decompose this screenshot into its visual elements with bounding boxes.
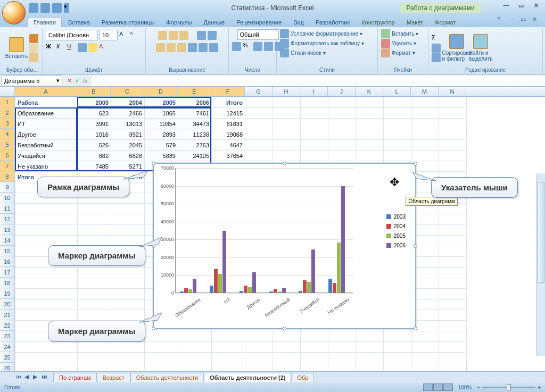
cell-N15[interactable]	[439, 246, 467, 257]
cell-N2[interactable]	[439, 108, 467, 119]
cell-C17[interactable]	[111, 268, 145, 278]
cell-A24[interactable]	[15, 342, 78, 353]
save-icon[interactable]	[29, 3, 38, 13]
bar-ИТ-2006[interactable]	[222, 231, 226, 293]
cell-L3[interactable]	[384, 119, 411, 129]
cell-C11[interactable]	[111, 204, 145, 214]
cell-M23[interactable]	[411, 331, 439, 342]
cell-M4[interactable]	[411, 129, 439, 140]
cell-F23[interactable]	[212, 331, 245, 342]
bar-Не указано-2004[interactable]	[333, 283, 336, 293]
format-cells-button[interactable]: Формат ▾	[381, 48, 415, 57]
zoom-slider[interactable]	[482, 387, 535, 388]
doc-restore-icon[interactable]: ▭	[521, 16, 529, 24]
cell-A1[interactable]: Работа	[15, 97, 78, 108]
format-as-table-button[interactable]: Форматировать как таблицу ▾	[280, 39, 364, 48]
cell-N4[interactable]	[439, 129, 467, 140]
legend-item-2004[interactable]: 2004	[386, 221, 406, 231]
cell-L23[interactable]	[384, 331, 411, 342]
cell-I4[interactable]	[301, 129, 328, 140]
row-header-1[interactable]: 1	[0, 97, 15, 107]
cell-C18[interactable]	[111, 278, 145, 289]
cell-B17[interactable]	[78, 268, 111, 278]
cell-A19[interactable]	[15, 289, 78, 299]
cell-D25[interactable]	[145, 353, 178, 363]
tab-formulas[interactable]: Формулы	[161, 18, 197, 27]
zoom-out-icon[interactable]: −	[477, 385, 480, 390]
align-top-icon[interactable]	[158, 31, 167, 40]
row-header-7[interactable]: 7	[0, 161, 15, 171]
cell-D23[interactable]	[145, 331, 178, 342]
sheet-nav-prev-icon[interactable]: ◀	[24, 373, 32, 381]
cell-M24[interactable]	[411, 342, 439, 353]
formula-input[interactable]	[90, 76, 545, 86]
cell-A17[interactable]	[15, 268, 78, 278]
cell-N25[interactable]	[439, 353, 467, 363]
col-header-L[interactable]: L	[383, 87, 411, 96]
bar-Образование-2006[interactable]	[193, 279, 196, 293]
cell-B11[interactable]	[78, 204, 111, 214]
zoom-level[interactable]: 100%	[458, 385, 472, 390]
cell-I3[interactable]	[301, 119, 328, 129]
cell-B12[interactable]	[78, 214, 111, 225]
cell-A18[interactable]	[15, 278, 78, 289]
col-header-C[interactable]: C	[111, 87, 144, 96]
tab-view[interactable]: Вид	[288, 18, 309, 27]
cell-N19[interactable]	[439, 289, 467, 299]
cell-M1[interactable]	[411, 97, 439, 108]
row-header-20[interactable]: 20	[0, 299, 15, 310]
cell-J3[interactable]	[328, 119, 356, 129]
cell-J24[interactable]	[328, 342, 356, 353]
cell-N23[interactable]	[439, 331, 467, 342]
name-box[interactable]: Диаграмма 5▾	[2, 76, 62, 86]
select-all-corner[interactable]	[0, 87, 15, 96]
cell-L6[interactable]	[384, 151, 411, 161]
cell-M6[interactable]	[411, 151, 439, 161]
number-format-combo[interactable]: Общий	[237, 29, 279, 40]
cell-F2[interactable]: 12415	[212, 108, 245, 119]
legend-item-2003[interactable]: 2003	[386, 212, 406, 221]
cell-I5[interactable]	[301, 140, 328, 151]
cell-N18[interactable]	[439, 278, 467, 289]
align-center-icon[interactable]	[167, 43, 176, 52]
legend-item-2005[interactable]: 2005	[386, 231, 406, 240]
delete-cells-button[interactable]: Удалить ▾	[381, 39, 416, 48]
ribbon-minimize-icon[interactable]: —	[509, 16, 517, 24]
cell-E24[interactable]	[178, 342, 212, 353]
bar-Другое-2006[interactable]	[252, 272, 256, 293]
row-header-3[interactable]: 3	[0, 118, 15, 129]
row-header-9[interactable]: 9	[0, 182, 15, 193]
cell-J6[interactable]	[328, 151, 356, 161]
cell-G5[interactable]	[245, 140, 273, 151]
cell-D24[interactable]	[145, 342, 178, 353]
sheet-tab-4[interactable]: Обр	[291, 373, 314, 382]
sheet-nav-last-icon[interactable]: ⏭	[42, 373, 49, 381]
chart-object[interactable]: 010000200003000040000500006000070000Обра…	[153, 163, 416, 329]
cell-F1[interactable]: Итого	[212, 97, 245, 108]
cell-K3[interactable]	[356, 119, 384, 129]
row-header-4[interactable]: 4	[0, 129, 15, 139]
help-icon[interactable]: ?	[497, 16, 506, 24]
col-header-A[interactable]: A	[15, 87, 77, 96]
row-header-6[interactable]: 6	[0, 150, 15, 161]
cut-icon[interactable]	[29, 34, 38, 43]
tab-home[interactable]: Главная	[28, 17, 62, 27]
cell-K5[interactable]	[356, 140, 384, 151]
sheet-tab-3[interactable]: Область деятельности (2)	[204, 373, 291, 382]
row-header-11[interactable]: 11	[0, 203, 15, 214]
col-header-K[interactable]: K	[356, 87, 383, 96]
cell-G4[interactable]	[245, 129, 273, 140]
cell-B21[interactable]	[78, 310, 111, 321]
redo-icon[interactable]	[52, 3, 62, 13]
paste-button[interactable]: Вставить	[5, 31, 28, 64]
bar-Образование-2004[interactable]	[184, 288, 188, 293]
cell-J25[interactable]	[328, 353, 356, 363]
cell-H25[interactable]	[273, 353, 301, 363]
cell-H2[interactable]	[273, 108, 301, 119]
cell-B13[interactable]	[78, 225, 111, 236]
cell-K25[interactable]	[356, 353, 384, 363]
cell-F5[interactable]: 4647	[212, 140, 245, 151]
insert-cells-button[interactable]: Вставить ▾	[381, 29, 418, 38]
row-header-23[interactable]: 23	[0, 331, 15, 341]
cell-F4[interactable]: 19068	[212, 129, 245, 140]
